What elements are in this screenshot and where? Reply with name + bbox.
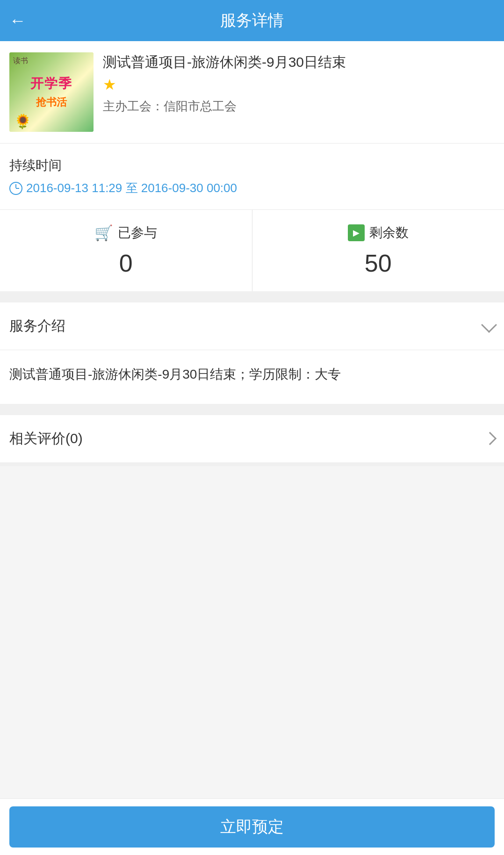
section-divider-2 bbox=[0, 408, 504, 415]
duration-value: 2016-09-13 11:29 至 2016-09-30 00:00 bbox=[26, 180, 237, 196]
bag-icon: ▶ bbox=[348, 224, 365, 241]
organizer-label: 主办工会： bbox=[103, 99, 164, 113]
section-divider-1 bbox=[0, 295, 504, 302]
participated-stat: 🛒 已参与 0 bbox=[0, 210, 252, 291]
duration-label: 持续时间 bbox=[9, 157, 495, 174]
book-now-button[interactable]: 立即预定 bbox=[9, 806, 495, 848]
remaining-label: 剩余数 bbox=[369, 224, 409, 242]
description-section: 测试普通项目-旅游休闲类-9月30日结束；学历限制：大专 bbox=[0, 350, 504, 408]
remaining-header: ▶ 剩余数 bbox=[348, 224, 409, 242]
service-star: ★ bbox=[103, 76, 495, 93]
duration-time: 2016-09-13 11:29 至 2016-09-30 00:00 bbox=[9, 180, 495, 196]
participated-label: 已参与 bbox=[118, 224, 157, 242]
page-title: 服务详情 bbox=[0, 10, 504, 31]
clock-icon bbox=[9, 182, 22, 195]
review-title: 相关评价(0) bbox=[9, 429, 83, 448]
service-info: 测试普通项目-旅游休闲类-9月30日结束 ★ 主办工会：信阳市总工会 bbox=[103, 52, 495, 115]
service-organizer: 主办工会：信阳市总工会 bbox=[103, 98, 495, 115]
chevron-right-icon bbox=[483, 432, 497, 445]
service-intro-section: 服务介绍 bbox=[0, 302, 504, 350]
back-button[interactable]: ← bbox=[9, 11, 26, 30]
remaining-value: 50 bbox=[365, 249, 392, 277]
service-intro-header[interactable]: 服务介绍 bbox=[0, 302, 504, 350]
remaining-stat: ▶ 剩余数 50 bbox=[252, 210, 504, 291]
image-text-kaixin: 开学季 bbox=[30, 75, 72, 93]
service-intro-title: 服务介绍 bbox=[9, 316, 65, 336]
image-text-grab: 抢书活 bbox=[36, 95, 67, 109]
book-decoration: 读书 bbox=[13, 56, 28, 66]
review-header[interactable]: 相关评价(0) bbox=[0, 415, 504, 462]
stats-section: 🛒 已参与 0 ▶ 剩余数 50 bbox=[0, 210, 504, 295]
chevron-down-icon bbox=[481, 317, 497, 333]
description-text: 测试普通项目-旅游休闲类-9月30日结束；学历限制：大专 bbox=[9, 364, 495, 385]
sunflower-decoration: 🌻 bbox=[14, 113, 31, 129]
participated-value: 0 bbox=[119, 249, 133, 277]
organizer-name: 信阳市总工会 bbox=[164, 99, 237, 113]
duration-section: 持续时间 2016-09-13 11:29 至 2016-09-30 00:00 bbox=[0, 144, 504, 210]
service-image: 读书 开学季 抢书活 🌻 bbox=[9, 52, 94, 132]
book-button-container: 立即预定 bbox=[0, 798, 504, 855]
participated-header: 🛒 已参与 bbox=[94, 224, 157, 242]
review-section: 相关评价(0) bbox=[0, 415, 504, 466]
service-card: 读书 开学季 抢书活 🌻 测试普通项目-旅游休闲类-9月30日结束 ★ 主办工会… bbox=[0, 41, 504, 144]
cart-icon: 🛒 bbox=[94, 224, 113, 242]
bottom-spacer bbox=[0, 466, 504, 798]
service-title: 测试普通项目-旅游休闲类-9月30日结束 bbox=[103, 52, 495, 72]
header: ← 服务详情 bbox=[0, 0, 504, 41]
